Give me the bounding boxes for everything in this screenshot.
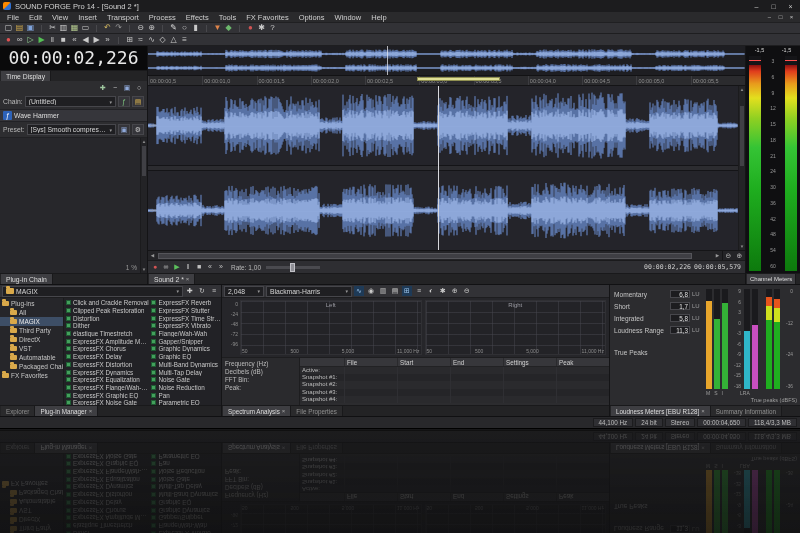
list-item[interactable]: Gapper/Snipper [151,337,221,345]
column-header[interactable]: Settings [503,358,556,366]
go-to-end-button[interactable]: » [102,35,113,45]
preset-options-icon[interactable]: ⚙ [132,124,144,135]
tree-item[interactable]: DirectX [0,335,63,344]
tree-item[interactable]: Plug-ins [0,299,63,308]
minimize-button[interactable]: – [750,2,763,11]
list-item[interactable]: ExpressFX Vibrato [151,322,221,330]
rewind-button[interactable]: ◀ [80,35,91,45]
menu-item[interactable]: Process [144,12,181,23]
crossfade-icon[interactable]: ∿ [146,35,157,45]
save-icon[interactable]: ▣ [25,23,36,33]
close-icon[interactable]: × [701,408,705,414]
list-item[interactable]: Graphic Dynamics [151,345,221,353]
chain-plugin-row[interactable]: ƒ Wave Hammer [0,109,147,122]
column-header[interactable]: Start [397,358,450,366]
play-all-button[interactable]: ▷ [25,35,36,45]
list-item[interactable]: ExpressFX Distortion [66,361,149,369]
list-item[interactable]: Multi-Tap Delay [151,368,221,376]
menu-item[interactable]: File [2,12,24,23]
column-header[interactable]: Peak [556,358,609,366]
tab-loudness-meters[interactable]: Loudness Meters [EBU R128] × [611,406,711,416]
waveform-overview[interactable] [148,46,745,76]
vertical-scrollbar[interactable]: ▲ ▼ [738,86,745,250]
bypass-chain-icon[interactable]: ○ [134,83,144,93]
menu-item[interactable]: Transport [102,12,144,23]
list-item[interactable]: Dither [66,322,149,330]
table-row[interactable]: Snapshot #2: [300,381,609,388]
edit-tool-icon[interactable]: ✎ [168,23,179,33]
list-item[interactable]: Multi-Band Dynamics [151,361,221,369]
menu-item[interactable]: FX Favorites [241,12,294,23]
zoom-out-icon[interactable]: ⊖ [462,286,472,296]
fft-size-select[interactable]: 2,048 ▾ [224,286,264,297]
list-item[interactable]: ExpressFX Equalization [66,376,149,384]
tab-summary-information[interactable]: Summary Information [711,406,782,416]
close-icon[interactable]: × [89,408,93,414]
loop-region-bar[interactable] [417,77,501,81]
spectrum-graph[interactable]: 0-24-48-72-96 Left 505005,00011,000 Hz R… [222,298,609,358]
table-row[interactable]: Active: [300,367,609,374]
go-to-start-button[interactable]: « [205,262,215,272]
new-file-icon[interactable]: ▢ [3,23,14,33]
play-button[interactable]: ▶ [36,35,47,45]
list-item[interactable]: ExpressFX Amplitude Modulation [66,337,149,345]
linear-log-icon[interactable]: ≡ [414,286,424,296]
help-icon[interactable]: ? [267,23,278,33]
menu-item[interactable]: Effects [181,12,214,23]
tree-item[interactable]: Packaged Chains [0,362,63,371]
realtime-monitor-icon[interactable]: ∿ [354,286,364,296]
fft-window-select[interactable]: Blackman-Harris ▾ [266,286,352,297]
rate-slider[interactable] [266,266,320,269]
menu-item[interactable]: Options [294,12,330,23]
trim-icon[interactable]: ▭ [80,23,91,33]
preset-select[interactable]: [Sys] Smooth compression ▾ [27,124,116,135]
column-header[interactable]: File [344,358,397,366]
list-item[interactable]: ExpressFX Stutter [151,307,221,315]
hold-peaks-icon[interactable]: ▤ [390,286,400,296]
tree-item[interactable]: MAGIX [0,317,63,326]
table-row[interactable]: Snapshot #1: [300,374,609,381]
add-plugin-icon[interactable]: ✚ [98,83,108,93]
list-item[interactable]: ExpressFX Delay [66,353,149,361]
time-ruler[interactable]: 00:00:00,500:00:01,000:00:01,500:00:02,0… [148,76,745,86]
overview-cursor[interactable] [387,46,388,75]
scroll-up-icon[interactable]: ▲ [739,86,745,93]
list-item[interactable]: Distortion [66,314,149,322]
script-list-icon[interactable]: ≡ [179,35,190,45]
marker-icon[interactable]: ▼ [212,23,223,33]
envelope-icon[interactable]: ◇ [157,35,168,45]
table-row[interactable]: Snapshot #3: [300,389,609,396]
scroll-down-icon[interactable]: ▼ [739,243,745,250]
list-item[interactable]: Pan [151,391,221,399]
record-button[interactable]: ● [3,35,14,45]
list-item[interactable]: élastique Timestretch [66,330,149,338]
preferences-icon[interactable]: ✱ [256,23,267,33]
list-item[interactable]: ExpressFX Reverb [151,299,221,307]
maximize-button[interactable]: □ [767,2,780,11]
remove-plugin-icon[interactable]: − [110,83,120,93]
list-item[interactable]: ExpressFX Flange/Wah-Wah [66,384,149,392]
settings-icon[interactable]: ✱ [438,286,448,296]
folder-select[interactable]: MAGIX ▾ [2,286,183,297]
mdi-restore-button[interactable]: □ [775,13,786,22]
tree-item[interactable]: All [0,308,63,317]
menu-item[interactable]: View [47,12,73,23]
menu-item[interactable]: Tools [214,12,242,23]
loop-playback-button[interactable]: ∞ [14,35,25,45]
stereo-panes-icon[interactable]: ◐ [426,286,436,296]
scroll-left-icon[interactable]: ◀ [148,253,157,258]
tab-plugin-manager[interactable]: Plug-in Manager × [35,406,98,416]
horizontal-scrollbar[interactable]: ◀ ▶ ⊖⊕ [148,250,745,260]
tab-sound-2[interactable]: Sound 2 * × [149,274,195,284]
paste-icon[interactable]: ▦ [69,23,80,33]
close-icon[interactable]: × [282,408,286,414]
zoom-out-icon[interactable]: ⊖ [135,23,146,33]
view-options-icon[interactable]: ≡ [209,286,219,296]
snap-icon[interactable]: ⊞ [124,35,135,45]
fx-browser-icon[interactable]: ƒ [118,96,130,107]
snapshot-icon[interactable]: ◉ [366,286,376,296]
undo-icon[interactable]: ↶ [102,23,113,33]
waveform-editor[interactable]: -∞ -∞ ▲ ▼ [148,86,745,250]
scroll-up-icon[interactable]: ▲ [141,138,147,145]
stop-button[interactable]: ■ [194,262,204,272]
